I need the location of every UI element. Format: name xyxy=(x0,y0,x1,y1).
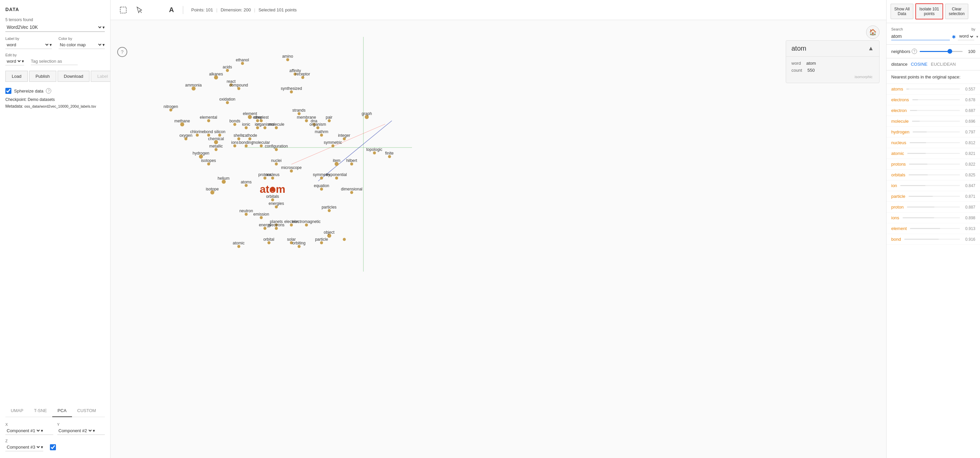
data-point[interactable] xyxy=(264,177,267,180)
data-point[interactable] xyxy=(298,245,301,248)
neighbors-help-icon[interactable]: ? xyxy=(912,49,917,54)
data-point[interactable] xyxy=(214,75,218,80)
data-point[interactable] xyxy=(218,134,221,136)
nearest-list-item[interactable]: hydrogen0.797 xyxy=(886,127,980,137)
data-point[interactable] xyxy=(245,126,248,129)
nearest-word-label[interactable]: element xyxy=(891,226,907,231)
data-point[interactable] xyxy=(373,152,376,155)
data-point[interactable] xyxy=(192,86,196,91)
data-point[interactable] xyxy=(335,162,339,166)
data-point[interactable] xyxy=(350,162,353,165)
data-point[interactable] xyxy=(207,162,210,165)
data-point[interactable] xyxy=(275,227,278,230)
nearest-word-label[interactable]: atomic xyxy=(891,151,904,156)
nearest-word-label[interactable]: bond xyxy=(891,237,901,242)
search-by-select[interactable]: word xyxy=(958,33,974,40)
z-axis-checkbox[interactable] xyxy=(50,444,56,450)
data-point[interactable] xyxy=(215,148,218,151)
data-point[interactable] xyxy=(199,155,203,159)
search-input[interactable] xyxy=(891,34,950,40)
sphereize-help-icon[interactable]: ? xyxy=(46,88,51,94)
data-point[interactable] xyxy=(226,101,229,104)
data-point[interactable] xyxy=(222,180,226,184)
data-point[interactable] xyxy=(320,134,323,136)
data-point[interactable] xyxy=(230,83,233,86)
data-point[interactable] xyxy=(275,206,278,209)
tab-umap[interactable]: UMAP xyxy=(5,405,29,417)
data-point[interactable] xyxy=(237,137,240,140)
x-axis-select[interactable]: Component #1 xyxy=(5,428,41,434)
data-point[interactable] xyxy=(260,145,263,147)
data-point[interactable] xyxy=(248,137,251,140)
data-point[interactable] xyxy=(320,177,323,180)
nearest-word-label[interactable]: ions xyxy=(891,215,899,220)
euclidean-option[interactable]: EUCLIDEAN xyxy=(931,62,956,67)
data-point[interactable] xyxy=(260,120,263,122)
text-tool-icon[interactable]: A xyxy=(165,4,178,16)
data-point[interactable] xyxy=(343,137,346,140)
nearest-word-label[interactable]: molecule xyxy=(891,119,908,124)
tag-selection-input[interactable] xyxy=(31,59,78,65)
nearest-word-label[interactable]: nucleus xyxy=(891,140,906,145)
color-by-select[interactable]: No color map xyxy=(59,42,103,48)
nearest-list-item[interactable]: nucleus0.812 xyxy=(886,137,980,148)
data-point[interactable] xyxy=(180,122,184,126)
data-point[interactable] xyxy=(256,126,259,129)
select-tool-icon[interactable] xyxy=(133,4,145,16)
data-point[interactable] xyxy=(264,126,267,129)
data-point[interactable] xyxy=(328,209,331,212)
nearest-word-label[interactable]: ion xyxy=(891,183,897,188)
data-point[interactable] xyxy=(350,191,353,194)
load-button[interactable]: Load xyxy=(5,71,28,82)
data-point[interactable] xyxy=(305,223,308,226)
data-point[interactable] xyxy=(185,137,188,140)
tab-custom[interactable]: CUSTOM xyxy=(72,405,102,417)
data-point[interactable] xyxy=(328,120,331,122)
data-point[interactable] xyxy=(260,216,263,219)
data-point[interactable] xyxy=(275,126,278,129)
data-point[interactable] xyxy=(298,112,301,115)
data-point[interactable] xyxy=(245,145,248,147)
data-point[interactable] xyxy=(237,87,240,90)
cosine-option[interactable]: COSINE xyxy=(911,62,928,67)
data-point[interactable] xyxy=(286,58,289,61)
data-point[interactable] xyxy=(331,145,334,147)
data-point[interactable] xyxy=(316,126,319,129)
data-point[interactable] xyxy=(301,76,304,79)
canvas-area[interactable]: 🏠 ? ethanolacidsaminoalkanesaffinityrece… xyxy=(111,20,886,458)
nearest-word-label[interactable]: particle xyxy=(891,194,905,199)
data-point[interactable] xyxy=(290,241,293,244)
tab-pca[interactable]: PCA xyxy=(52,405,72,417)
data-point[interactable] xyxy=(275,162,278,165)
nearest-word-label[interactable]: electron xyxy=(891,108,907,113)
nearest-word-label[interactable]: orbitals xyxy=(891,172,905,177)
label-button[interactable]: Label xyxy=(91,71,111,82)
label-by-select[interactable]: word xyxy=(5,42,49,48)
z-axis-select[interactable]: Component #3 xyxy=(5,444,41,450)
data-point[interactable] xyxy=(234,123,237,126)
nearest-list-item[interactable]: protons0.822 xyxy=(886,159,980,170)
nearest-list-item[interactable]: atomic0.821 xyxy=(886,148,980,159)
lasso-tool-icon[interactable] xyxy=(117,4,129,16)
sphereize-checkbox[interactable] xyxy=(5,88,11,94)
nearest-word-label[interactable]: hydrogen xyxy=(891,129,909,134)
data-point[interactable] xyxy=(294,72,297,75)
data-point[interactable] xyxy=(275,223,278,226)
data-point[interactable] xyxy=(290,91,293,94)
data-point[interactable] xyxy=(320,187,323,190)
nearest-list-item[interactable]: molecule0.696 xyxy=(886,116,980,127)
nearest-list-item[interactable]: ions0.898 xyxy=(886,212,980,223)
data-point[interactable] xyxy=(241,62,244,65)
nearest-list-item[interactable]: atoms0.557 xyxy=(886,84,980,94)
data-point[interactable] xyxy=(256,120,259,122)
nearest-list-item[interactable]: electrons0.678 xyxy=(886,94,980,105)
selected-point[interactable] xyxy=(270,187,275,191)
show-all-data-button[interactable]: Show All Data xyxy=(891,4,913,19)
data-point[interactable] xyxy=(335,177,338,180)
data-point[interactable] xyxy=(237,245,240,248)
data-point[interactable] xyxy=(290,170,293,173)
nearest-word-label[interactable]: proton xyxy=(891,204,904,209)
data-point[interactable] xyxy=(207,134,210,136)
clear-selection-button[interactable]: Clear selection xyxy=(945,4,968,19)
data-point[interactable] xyxy=(365,115,369,119)
